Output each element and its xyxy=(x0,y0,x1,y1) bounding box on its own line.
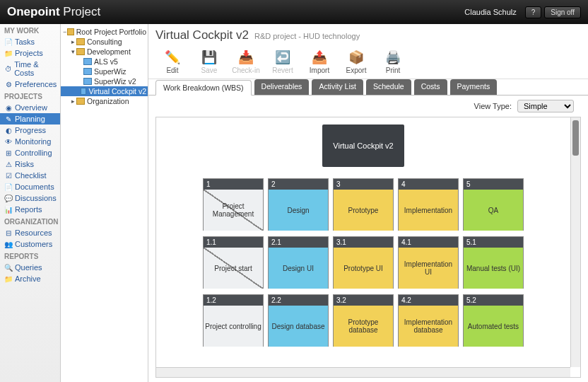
tree-node[interactable]: SuperWiz v2 xyxy=(61,76,148,86)
current-user: Claudia Schulz xyxy=(464,8,516,16)
viewtype-label: View Type: xyxy=(474,102,512,110)
tree-toggle-icon[interactable]: ▾ xyxy=(69,48,76,55)
import-button[interactable]: 📤Import xyxy=(302,48,336,74)
tab-activity-list[interactable]: Activity List xyxy=(312,79,363,95)
sidebar-item-checklist[interactable]: ☑Checklist xyxy=(0,170,60,181)
wbs-node-number: 2.1 xyxy=(269,237,328,248)
sidebar-item-tasks[interactable]: 📄Tasks xyxy=(0,36,60,47)
wbs-node[interactable]: 2.2Design database xyxy=(268,294,329,347)
wbs-node[interactable]: 4.2Implementation database xyxy=(398,294,459,347)
wbs-node-title: Implementation UI xyxy=(399,248,458,289)
wbs-row: 1.1Project start2.1Design UI3.1Prototype… xyxy=(162,236,565,289)
edit-button[interactable]: ✏️Edit xyxy=(155,48,189,74)
tree-node[interactable]: SuperWiz xyxy=(61,66,148,76)
tree-node[interactable]: Virtual Cockpit v2 xyxy=(61,86,148,96)
save-button: 💾Save xyxy=(192,48,226,74)
sidebar-item-overview[interactable]: ◉Overview xyxy=(0,102,60,113)
folder-icon xyxy=(76,98,85,105)
wbs-node-number: 3.1 xyxy=(334,237,393,248)
reports-icon: 📊 xyxy=(4,205,13,214)
wbs-node[interactable]: 1Project Management xyxy=(203,178,264,231)
wbs-root-node[interactable]: Virtual Cockpit v2 xyxy=(322,125,404,167)
projects-icon: 📁 xyxy=(4,49,13,57)
top-bar: Onepoint Project Claudia Schulz ? Sign o… xyxy=(0,0,588,24)
wbs-node[interactable]: 5.1Manual tests (UI) xyxy=(463,236,524,289)
project-icon xyxy=(83,78,92,85)
sidebar-item-customers[interactable]: 👥Customers xyxy=(0,238,60,250)
check-in-button: 📥Check-in xyxy=(229,48,263,74)
sidebar-item-discussions[interactable]: 💬Discussions xyxy=(0,192,60,204)
tab-costs[interactable]: Costs xyxy=(414,79,447,95)
wbs-node[interactable]: 1.1Project start xyxy=(203,236,264,289)
breadcrumb: Virtual Cockpit v2 R&D project - HUD tec… xyxy=(148,24,588,45)
sidebar-item-progress[interactable]: ◐Progress xyxy=(0,125,60,136)
sidebar-item-documents[interactable]: 📄Documents xyxy=(0,181,60,192)
tree-node[interactable]: ▾Development xyxy=(61,47,148,57)
wbs-node-number: 1.2 xyxy=(204,295,263,306)
time-costs-icon: ⏱ xyxy=(4,64,12,73)
sidebar-item-monitoring[interactable]: 👁Monitoring xyxy=(0,136,60,147)
tree-node[interactable]: ALS v5 xyxy=(61,57,148,66)
resources-icon: ⊟ xyxy=(4,228,13,237)
wbs-node-number: 2 xyxy=(269,179,328,190)
progress-icon: ◐ xyxy=(4,126,13,134)
sidebar: MY WORK📄Tasks📁Projects⏱Time & Costs⚙Pref… xyxy=(0,24,61,382)
sidebar-item-controlling[interactable]: ⊞Controlling xyxy=(0,147,60,158)
wbs-node[interactable]: 3.1Prototype UI xyxy=(333,236,394,289)
sidebar-item-resources[interactable]: ⊟Resources xyxy=(0,227,60,238)
viewtype-row: View Type: Simple xyxy=(148,96,588,117)
export-button[interactable]: 📦Export xyxy=(339,48,373,74)
tree-node[interactable]: ▸Organization xyxy=(61,96,148,106)
project-icon xyxy=(83,68,92,75)
wbs-node-number: 1 xyxy=(204,179,263,190)
wbs-node[interactable]: 5.2Automated tests xyxy=(463,294,524,347)
queries-icon: 🔍 xyxy=(4,263,13,272)
sidebar-group: REPORTS xyxy=(0,250,60,262)
wbs-row: 1Project Management2Design3Prototype4Imp… xyxy=(162,178,565,231)
help-button[interactable]: ? xyxy=(525,6,542,18)
wbs-node-number: 4.1 xyxy=(399,237,458,248)
wbs-node-number: 3.2 xyxy=(334,295,393,306)
sidebar-item-preferences[interactable]: ⚙Preferences xyxy=(0,79,60,90)
viewtype-select[interactable]: Simple xyxy=(517,100,574,112)
wbs-node[interactable]: 5QA xyxy=(463,178,524,231)
tree-toggle-icon[interactable]: − xyxy=(62,28,67,35)
tree-toggle-icon[interactable]: ▸ xyxy=(69,98,76,105)
wbs-node-number: 1.1 xyxy=(204,237,263,248)
project-tree: −Root Project Portfolio▸Consulting▾Devel… xyxy=(61,24,148,382)
wbs-node[interactable]: 3.2Prototype database xyxy=(333,294,394,347)
wbs-node[interactable]: 4Implementation xyxy=(398,178,459,231)
sidebar-item-projects[interactable]: 📁Projects xyxy=(0,47,60,59)
tree-node[interactable]: −Root Project Portfolio xyxy=(61,27,148,37)
wbs-node[interactable]: 3Prototype xyxy=(333,178,394,231)
tab-payments[interactable]: Payments xyxy=(450,79,498,95)
toolbar: ✏️Edit💾Save📥Check-in↩️Revert📤Import📦Expo… xyxy=(148,45,588,79)
sidebar-item-planning[interactable]: ✎Planning xyxy=(0,113,60,125)
monitoring-icon: 👁 xyxy=(4,137,13,146)
wbs-canvas[interactable]: Virtual Cockpit v21Project Management2De… xyxy=(156,117,570,367)
sidebar-item-time-costs[interactable]: ⏱Time & Costs xyxy=(0,59,60,79)
horizontal-scrollbar[interactable] xyxy=(156,367,570,377)
vertical-scrollbar[interactable] xyxy=(570,117,580,367)
tree-toggle-icon[interactable]: ▸ xyxy=(69,38,76,45)
wbs-node[interactable]: 2.1Design UI xyxy=(268,236,329,289)
signoff-button[interactable]: Sign off xyxy=(544,6,581,18)
sidebar-item-archive[interactable]: 📁Archive xyxy=(0,273,60,284)
print-button[interactable]: 🖨️Print xyxy=(376,48,410,74)
tab-work-breakdown-wbs-[interactable]: Work Breakdown (WBS) xyxy=(155,80,252,96)
sidebar-item-risks[interactable]: ⚠Risks xyxy=(0,158,60,170)
tab-deliverables[interactable]: Deliverables xyxy=(254,79,310,95)
wbs-node-title: Implementation xyxy=(399,190,458,231)
controlling-icon: ⊞ xyxy=(4,149,13,157)
wbs-node[interactable]: 4.1Implementation UI xyxy=(398,236,459,289)
sidebar-group: ORGANIZATION xyxy=(0,215,60,227)
folder-icon xyxy=(76,38,85,45)
sidebar-item-reports[interactable]: 📊Reports xyxy=(0,204,60,215)
sidebar-item-queries[interactable]: 🔍Queries xyxy=(0,262,60,273)
tab-schedule[interactable]: Schedule xyxy=(366,79,411,95)
tree-node[interactable]: ▸Consulting xyxy=(61,37,148,47)
print-icon: 🖨️ xyxy=(376,48,410,66)
wbs-node[interactable]: 1.2Project controlling xyxy=(203,294,264,347)
risks-icon: ⚠ xyxy=(4,160,13,168)
wbs-node[interactable]: 2Design xyxy=(268,178,329,231)
